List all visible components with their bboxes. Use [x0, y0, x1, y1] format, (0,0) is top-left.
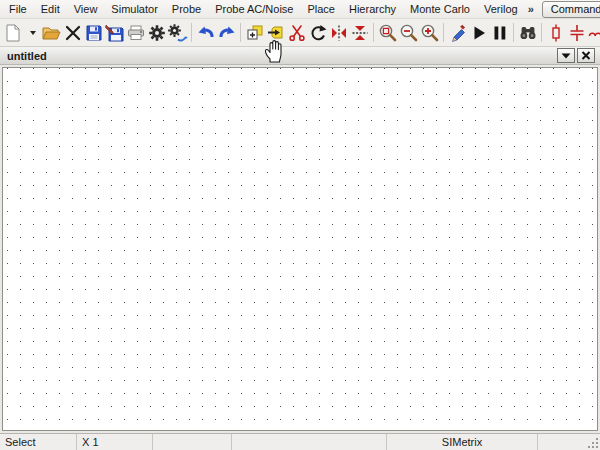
place-capacitor-button[interactable]: [566, 21, 587, 44]
simetrix-window: File Edit View Simulator Probe Probe AC/…: [0, 0, 600, 450]
place-inductor-button[interactable]: [587, 21, 600, 44]
schematic-title: untitled: [7, 50, 47, 62]
print-icon: [126, 23, 146, 43]
refresh-gear-icon: [167, 23, 188, 43]
run-simulation-button[interactable]: [468, 21, 489, 44]
schematic-close-button[interactable]: [577, 48, 595, 63]
zoom-area-icon: [378, 23, 398, 43]
redo-button[interactable]: [216, 21, 237, 44]
zoom-out-icon: [399, 23, 419, 43]
flip-vertical-icon: [350, 23, 370, 43]
toolbar-separator: [191, 23, 192, 42]
toolbar-separator: [541, 23, 542, 42]
status-scale: X 1: [77, 434, 153, 450]
flip-horizontal-icon: [329, 23, 349, 43]
cut-button[interactable]: [286, 21, 307, 44]
menu-verilog[interactable]: Verilog: [477, 1, 525, 17]
resize-grip[interactable]: [588, 438, 598, 448]
save-button[interactable]: [83, 21, 104, 44]
zoom-in-button[interactable]: [419, 21, 440, 44]
place-resistor-button[interactable]: [545, 21, 566, 44]
menu-probe-ac-noise[interactable]: Probe AC/Noise: [208, 1, 300, 17]
save-as-icon: [104, 23, 125, 43]
pause-simulation-icon: [490, 23, 510, 43]
save-icon: [84, 23, 104, 43]
toolbar-separator: [240, 23, 241, 42]
schematic-list-dropdown-button[interactable]: [557, 48, 575, 63]
menu-monte-carlo[interactable]: Monte Carlo: [403, 1, 477, 17]
reload-options-button[interactable]: [167, 21, 188, 44]
menu-place[interactable]: Place: [300, 1, 342, 17]
status-empty-panel: [153, 434, 232, 450]
schematic-titlebar: untitled: [0, 47, 600, 65]
place-inductor-icon: [588, 23, 600, 43]
open-folder-icon: [41, 23, 62, 43]
menu-edit[interactable]: Edit: [34, 1, 67, 17]
place-capacitor-icon: [567, 23, 587, 43]
chevron-down-icon: [30, 31, 36, 35]
options-gear-icon: [147, 23, 167, 43]
menu-overflow-chevron-icon[interactable]: »: [525, 3, 537, 15]
wire-button[interactable]: [447, 21, 468, 44]
menu-file[interactable]: File: [2, 1, 34, 17]
chevron-down-icon: [561, 52, 571, 60]
find-button[interactable]: [517, 21, 538, 44]
copy-icon: [245, 23, 265, 43]
undo-icon: [196, 23, 216, 43]
new-schematic-button[interactable]: [3, 21, 24, 44]
undo-button[interactable]: [195, 21, 216, 44]
place-resistor-icon: [546, 23, 566, 43]
schematic-titlebar-buttons: [557, 48, 600, 63]
menu-probe[interactable]: Probe: [165, 1, 208, 17]
statusbar: Select X 1 SIMetrix: [0, 433, 600, 450]
paste-button[interactable]: [265, 21, 286, 44]
menu-simulator[interactable]: Simulator: [104, 1, 164, 17]
status-app-name: SIMetrix: [387, 434, 538, 450]
new-schematic-dropdown[interactable]: [24, 21, 41, 44]
menu-hierarchy[interactable]: Hierarchy: [342, 1, 403, 17]
command-shell-button[interactable]: Command Shell: [542, 1, 600, 18]
copy-button[interactable]: [244, 21, 265, 44]
toolbar: »: [0, 19, 600, 47]
flip-vertical-button[interactable]: [349, 21, 370, 44]
schematic-canvas[interactable]: [2, 67, 598, 431]
zoom-out-button[interactable]: [398, 21, 419, 44]
zoom-area-button[interactable]: [377, 21, 398, 44]
toolbar-separator: [513, 23, 514, 42]
cut-scissors-icon: [287, 23, 307, 43]
toolbar-separator: [443, 23, 444, 42]
close-icon: [581, 51, 591, 60]
flip-horizontal-button[interactable]: [328, 21, 349, 44]
close-schematic-icon: [63, 23, 83, 43]
find-binoculars-icon: [518, 23, 538, 43]
status-empty-panel: [232, 434, 387, 450]
close-schematic-button[interactable]: [62, 21, 83, 44]
run-simulation-icon: [469, 23, 489, 43]
toolbar-separator: [373, 23, 374, 42]
rotate-icon: [308, 23, 328, 43]
menu-view[interactable]: View: [67, 1, 105, 17]
zoom-in-icon: [420, 23, 440, 43]
status-mode: Select: [0, 434, 77, 450]
redo-icon: [217, 23, 237, 43]
paste-icon: [266, 23, 286, 43]
canvas-container: [0, 65, 600, 433]
print-button[interactable]: [125, 21, 146, 44]
menubar-right-group: » Command Shell Schematic Editor: [525, 1, 600, 18]
open-schematic-button[interactable]: [41, 21, 62, 44]
pause-simulation-button[interactable]: [489, 21, 510, 44]
options-button[interactable]: [146, 21, 167, 44]
wire-pencil-icon: [448, 23, 468, 43]
menubar: File Edit View Simulator Probe Probe AC/…: [0, 0, 600, 19]
save-as-button[interactable]: [104, 21, 125, 44]
new-schematic-icon: [4, 23, 23, 43]
rotate-button[interactable]: [307, 21, 328, 44]
